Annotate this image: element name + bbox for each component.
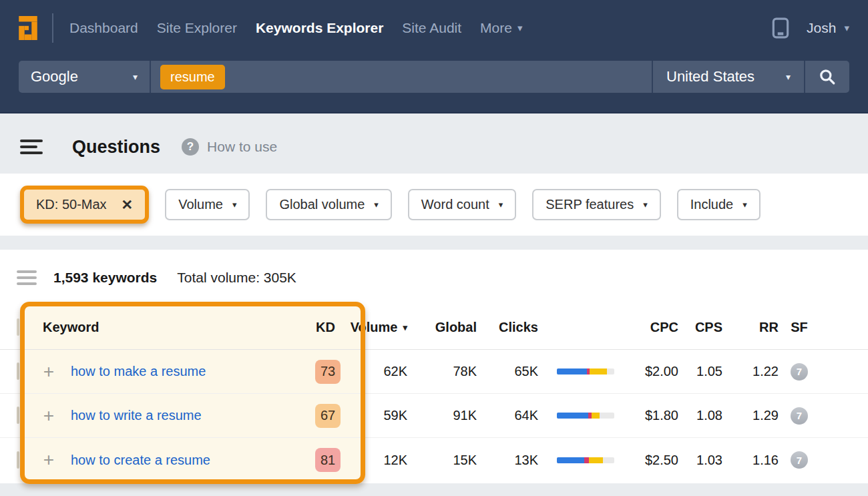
filter-global-volume-button[interactable]: Global volume ▾ [266,189,391,220]
country-select[interactable]: United States ▾ [652,61,804,93]
cps-value: 1.05 [678,364,722,379]
cps-value: 1.08 [678,408,722,423]
cps-value: 1.03 [678,453,722,468]
section-head: Questions ? How to use [0,113,868,162]
close-icon[interactable]: ✕ [122,197,134,213]
chevron-down-icon: ▾ [499,200,503,210]
column-header-volume[interactable]: Volume ▾ [345,320,407,335]
clicks-distribution-bar [557,368,614,375]
how-to-use-link[interactable]: ? How to use [182,138,277,156]
report-menu-icon[interactable] [20,140,43,154]
keyword-tag[interactable]: resume [160,65,225,89]
kd-badge: 81 [315,448,341,472]
column-header-cps[interactable]: CPS [678,320,722,335]
user-name: Josh [807,20,836,36]
global-volume-value: 15K [407,453,477,468]
table-row: + how to write a resume 67 59K 91K 64K $… [0,394,868,438]
device-icon[interactable] [772,17,789,39]
chevron-down-icon: ▾ [232,200,237,210]
search-button[interactable] [804,61,849,93]
column-header-cpc[interactable]: CPC [624,320,678,335]
row-checkbox[interactable] [17,362,19,380]
search-engine-value: Google [31,68,78,85]
global-volume-value: 91K [407,408,477,423]
chevron-down-icon: ▾ [742,200,747,210]
filter-word-count-label: Word count [421,197,489,212]
nav-item-keywords-explorer[interactable]: Keywords Explorer [256,20,383,36]
table-header-row: Keyword KD Volume ▾ Global Clicks CPC CP… [0,305,868,350]
total-volume: Total volume: 305K [177,270,296,286]
rr-value: 1.22 [722,364,779,379]
serp-features-badge[interactable]: 7 [791,363,808,381]
keyword-search-bar: Google ▾ resume United States ▾ [19,61,849,93]
kd-filter-chip[interactable]: KD: 50-Max ✕ [20,186,149,224]
column-header-keyword[interactable]: Keyword [37,320,306,335]
row-checkbox[interactable] [17,407,19,424]
keyword-link[interactable]: how to create a resume [60,453,306,468]
kd-badge: 67 [315,404,341,428]
keyword-count: 1,593 keywords [53,270,157,286]
kd-filter-label: KD: 50-Max [36,197,107,212]
volume-value: 12K [345,453,407,468]
search-icon [819,68,836,85]
add-to-list-icon[interactable]: + [37,407,60,425]
column-header-global[interactable]: Global [407,320,477,335]
row-checkbox[interactable] [17,451,19,469]
question-icon: ? [182,138,199,156]
column-header-clicks[interactable]: Clicks [477,320,538,335]
nav-divider [52,13,53,43]
country-value: United States [666,68,754,85]
filter-global-volume-label: Global volume [279,197,365,212]
nav-item-dashboard[interactable]: Dashboard [69,20,138,36]
column-header-rr[interactable]: RR [722,320,779,335]
global-volume-value: 78K [407,364,477,379]
add-to-list-icon[interactable]: + [37,451,60,469]
search-engine-select[interactable]: Google ▾ [19,61,151,93]
cpc-value: $2.50 [624,453,678,468]
keywords-explorer-screen: Dashboard Site Explorer Keywords Explore… [0,0,868,496]
chevron-down-icon: ▾ [844,22,849,34]
serp-features-badge[interactable]: 7 [791,407,808,425]
table-row: + how to make a resume 73 62K 78K 65K $2… [0,350,868,394]
filter-serp-features-label: SERP features [546,197,634,212]
column-header-volume-label: Volume [351,320,398,335]
nav-item-more[interactable]: More ▾ [480,20,522,36]
kd-badge: 73 [315,360,341,384]
filter-volume-label: Volume [178,197,223,212]
serp-features-badge[interactable]: 7 [791,451,808,469]
ahrefs-logo[interactable] [19,16,37,40]
filter-include-button[interactable]: Include ▾ [677,189,761,220]
keyword-link[interactable]: how to write a resume [60,408,306,423]
nav-item-site-explorer[interactable]: Site Explorer [157,20,237,36]
filter-include-label: Include [690,197,734,212]
how-to-use-label: How to use [207,139,277,155]
table-toolbar: 1,593 keywords Total volume: 305K [0,250,868,305]
top-navigation: Dashboard Site Explorer Keywords Explore… [0,0,868,56]
keyword-query-input[interactable]: resume [151,61,652,93]
nav-item-site-audit[interactable]: Site Audit [402,20,461,36]
chevron-down-icon: ▾ [517,22,523,34]
search-row: Google ▾ resume United States ▾ [0,56,868,113]
chevron-down-icon: ▾ [374,200,379,210]
add-to-list-icon[interactable]: + [37,362,60,381]
chevron-down-icon: ▾ [643,200,648,210]
topnav-right: Josh ▾ [772,17,849,39]
select-all-checkbox[interactable] [17,318,19,336]
table-menu-icon[interactable] [17,270,37,285]
cpc-value: $1.80 [624,408,678,423]
keyword-link[interactable]: how to make a resume [60,364,306,379]
column-header-sf[interactable]: SF [779,320,820,335]
filter-word-count-button[interactable]: Word count ▾ [408,189,516,220]
user-menu[interactable]: Josh ▾ [807,20,849,36]
volume-value: 62K [345,364,407,379]
chevron-down-icon: ▾ [133,71,138,82]
filter-serp-features-button[interactable]: SERP features ▾ [532,189,660,220]
clicks-value: 65K [477,364,538,379]
clicks-value: 13K [477,453,538,468]
page-title: Questions [72,137,160,158]
column-header-kd[interactable]: KD [306,320,345,335]
cpc-value: $2.00 [624,364,678,379]
rr-value: 1.29 [722,408,779,423]
filter-volume-button[interactable]: Volume ▾ [165,189,250,220]
nav-item-more-label: More [480,20,512,36]
